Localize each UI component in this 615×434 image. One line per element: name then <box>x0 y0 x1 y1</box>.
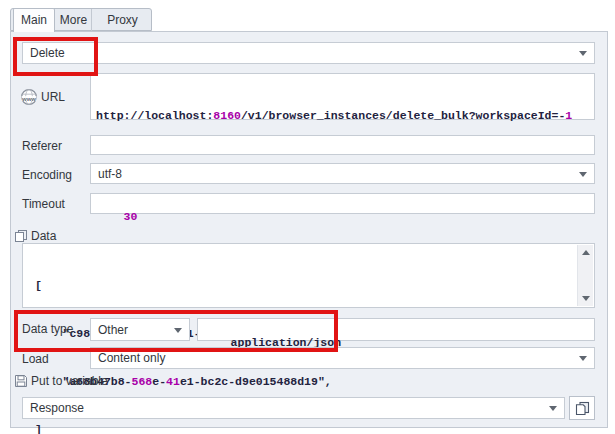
chevron-down-icon <box>549 406 557 411</box>
chevron-down-icon <box>174 328 182 333</box>
load-select[interactable]: Content only <box>90 347 595 369</box>
content-type-input[interactable]: application/json <box>197 318 595 341</box>
tab-proxy[interactable]: Proxy <box>91 9 153 32</box>
vertical-scrollbar[interactable] <box>577 245 593 306</box>
globe-www-icon: www <box>20 88 38 106</box>
referer-input[interactable] <box>90 135 595 155</box>
chevron-down-icon <box>579 356 587 361</box>
url-label-row: www URL <box>20 88 65 106</box>
encoding-select[interactable]: utf-8 <box>90 163 595 184</box>
data-label: Data <box>31 229 56 243</box>
copy-icon <box>14 229 28 243</box>
encoding-label: Encoding <box>22 168 72 182</box>
url-label: URL <box>41 90 65 104</box>
load-value: Content only <box>98 351 165 365</box>
put-to-variable-select[interactable]: Response <box>22 397 565 419</box>
timeout-input[interactable]: 30 <box>90 193 595 214</box>
method-select[interactable]: Delete <box>22 42 595 64</box>
data-type-select[interactable]: Other <box>90 318 190 341</box>
tab-more[interactable]: More <box>56 9 91 32</box>
copy-variable-button[interactable] <box>569 396 595 420</box>
copy-icon <box>575 401 590 416</box>
timeout-label: Timeout <box>22 197 65 211</box>
method-value: Delete <box>30 46 65 60</box>
triangle-down-icon[interactable] <box>582 296 590 301</box>
triangle-up-icon[interactable] <box>582 250 590 255</box>
save-floppy-icon <box>14 374 28 388</box>
encoding-value: utf-8 <box>98 167 122 181</box>
chevron-down-icon <box>579 172 587 177</box>
chevron-down-icon <box>579 51 587 56</box>
data-type-value: Other <box>98 323 128 337</box>
data-textarea[interactable]: [ "c98b47b8-568e-41e1-bc2c-d9e015488d0b"… <box>22 243 595 308</box>
put-to-variable-value: Response <box>30 401 84 415</box>
timeout-value: 30 <box>124 210 138 223</box>
url-text: http://localhost:8160/v1/browser_instanc… <box>96 108 589 124</box>
data-line: "a68b47b8-568e-41e1-bc2c-d9e015488d19", <box>28 374 589 390</box>
url-input[interactable]: http://localhost:8160/v1/browser_instanc… <box>90 73 595 120</box>
data-line: [ <box>28 278 589 294</box>
referer-label: Referer <box>22 139 62 153</box>
data-line: ] <box>28 422 589 434</box>
http-request-settings: More Proxy Main Delete www URL http://lo… <box>0 0 615 434</box>
put-to-variable-label: Put to variable <box>31 374 108 388</box>
tab-main[interactable]: Main <box>13 8 55 32</box>
load-label: Load <box>22 352 49 366</box>
svg-text:www: www <box>21 96 36 102</box>
data-label-row: Data <box>14 229 56 243</box>
data-type-label: Data type <box>22 322 73 336</box>
put-to-variable-label-row: Put to variable <box>14 374 108 388</box>
